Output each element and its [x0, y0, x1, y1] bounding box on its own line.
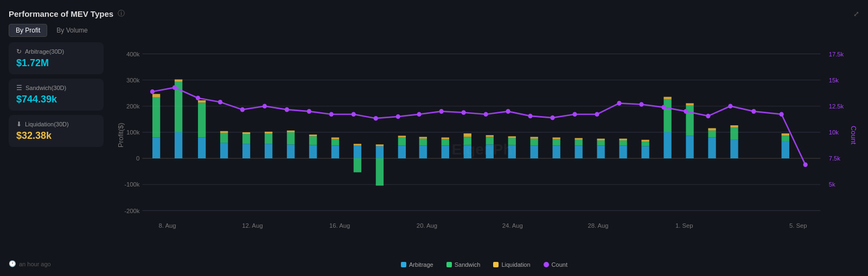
title-row: Performance of MEV Types ⓘ	[9, 9, 125, 18]
svg-text:0: 0	[136, 155, 139, 162]
sandwich-icon: ☰	[16, 84, 22, 92]
legend-count: Count	[544, 261, 567, 268]
svg-rect-86	[575, 146, 582, 159]
sandwich-legend-color	[446, 262, 452, 267]
svg-text:5k: 5k	[829, 181, 835, 188]
svg-point-126	[439, 109, 444, 114]
svg-rect-75	[486, 137, 494, 144]
svg-point-128	[483, 112, 488, 117]
svg-rect-70	[442, 138, 449, 139]
svg-rect-59	[376, 146, 384, 158]
svg-rect-42	[242, 134, 250, 144]
svg-rect-78	[508, 138, 516, 145]
svg-text:200k: 200k	[126, 103, 140, 110]
svg-rect-65	[419, 146, 427, 159]
svg-rect-112	[782, 133, 789, 136]
arbitrage-label: ↻ Arbitrage(30D)	[16, 48, 96, 55]
svg-rect-68	[442, 146, 449, 159]
svg-point-124	[396, 114, 400, 119]
svg-rect-53	[331, 146, 339, 159]
svg-point-130	[528, 114, 532, 119]
svg-point-113	[150, 89, 155, 94]
svg-rect-55	[331, 138, 339, 139]
svg-rect-99	[663, 99, 671, 132]
svg-point-127	[461, 110, 465, 115]
svg-rect-32	[175, 132, 182, 158]
svg-rect-85	[553, 138, 560, 139]
svg-rect-111	[782, 136, 789, 141]
svg-rect-104	[708, 138, 716, 159]
liquidation-value: $32.38k	[16, 130, 96, 142]
svg-rect-82	[531, 137, 538, 138]
svg-point-121	[329, 112, 334, 117]
svg-point-140	[751, 109, 756, 114]
main-chart: 400k 300k 200k 100k 0 -100k -200k 17.5k …	[109, 42, 859, 257]
svg-text:28. Aug: 28. Aug	[588, 222, 608, 229]
svg-point-137	[684, 109, 688, 114]
svg-rect-92	[619, 146, 627, 159]
svg-point-133	[595, 112, 599, 117]
svg-text:-100k: -100k	[124, 181, 139, 188]
svg-rect-96	[641, 142, 649, 146]
svg-text:20. Aug: 20. Aug	[417, 222, 437, 229]
arbitrage-legend-label: Arbitrage	[409, 261, 433, 268]
svg-rect-106	[708, 128, 716, 130]
liquidation-legend-label: Liquidation	[501, 261, 530, 268]
svg-point-123	[374, 116, 378, 121]
svg-rect-66	[419, 139, 427, 146]
svg-point-138	[706, 114, 710, 119]
liquidation-icon: ⬇	[16, 120, 22, 128]
svg-rect-91	[597, 139, 604, 140]
content-row: ↻ Arbitrage(30D) $1.72M ☰ Sandwich(30D) …	[9, 42, 859, 257]
legend-liquidation: Liquidation	[493, 261, 530, 268]
svg-rect-56	[354, 146, 361, 159]
sidebar: ↻ Arbitrage(30D) $1.72M ☰ Sandwich(30D) …	[9, 42, 109, 257]
svg-rect-108	[730, 127, 738, 139]
svg-text:10k: 10k	[829, 129, 839, 136]
svg-rect-74	[486, 144, 494, 158]
svg-text:16. Aug: 16. Aug	[329, 222, 350, 229]
liquidation-legend-color	[493, 262, 499, 267]
svg-text:24. Aug: 24. Aug	[502, 222, 523, 229]
svg-rect-73	[464, 133, 471, 137]
clock-icon: 🕐	[9, 260, 16, 267]
arbitrage-value: $1.72M	[16, 57, 96, 69]
svg-rect-52	[309, 134, 317, 136]
svg-rect-62	[398, 146, 406, 159]
footer-text: an hour ago	[19, 261, 51, 267]
svg-rect-79	[508, 136, 516, 138]
chart-area: EigenPhi 400k 300k 200k 100k 0 -100k -20…	[109, 42, 859, 257]
svg-rect-100	[663, 97, 671, 99]
svg-rect-61	[376, 144, 384, 146]
svg-point-139	[728, 104, 732, 108]
expand-icon[interactable]: ⤢	[853, 10, 859, 18]
svg-rect-71	[464, 145, 471, 158]
svg-rect-89	[597, 146, 604, 159]
svg-text:17.5k: 17.5k	[829, 50, 844, 57]
svg-rect-57	[354, 158, 361, 172]
svg-rect-45	[265, 133, 272, 144]
info-icon[interactable]: ⓘ	[118, 9, 125, 18]
count-legend-label: Count	[552, 261, 567, 268]
svg-point-125	[417, 112, 422, 117]
svg-text:8. Aug: 8. Aug	[159, 222, 176, 229]
svg-rect-101	[686, 136, 693, 158]
svg-rect-90	[597, 140, 604, 146]
svg-rect-38	[220, 143, 228, 158]
chart-legend: Arbitrage Sandwich Liquidation Count	[109, 261, 859, 268]
legend-arbitrage: Arbitrage	[401, 261, 433, 268]
svg-rect-72	[464, 137, 471, 145]
tab-by-profit[interactable]: By Profit	[9, 24, 47, 37]
tab-by-volume[interactable]: By Volume	[49, 24, 94, 37]
svg-text:15k: 15k	[829, 77, 839, 84]
svg-rect-63	[398, 138, 406, 146]
arbitrage-icon: ↻	[16, 48, 22, 55]
svg-rect-31	[152, 94, 160, 97]
tabs: By Profit By Volume	[9, 24, 859, 37]
svg-rect-35	[198, 138, 206, 159]
svg-point-120	[307, 109, 311, 114]
svg-rect-105	[708, 131, 716, 138]
svg-rect-84	[553, 139, 560, 146]
svg-point-114	[173, 85, 177, 90]
svg-text:300k: 300k	[126, 77, 140, 84]
